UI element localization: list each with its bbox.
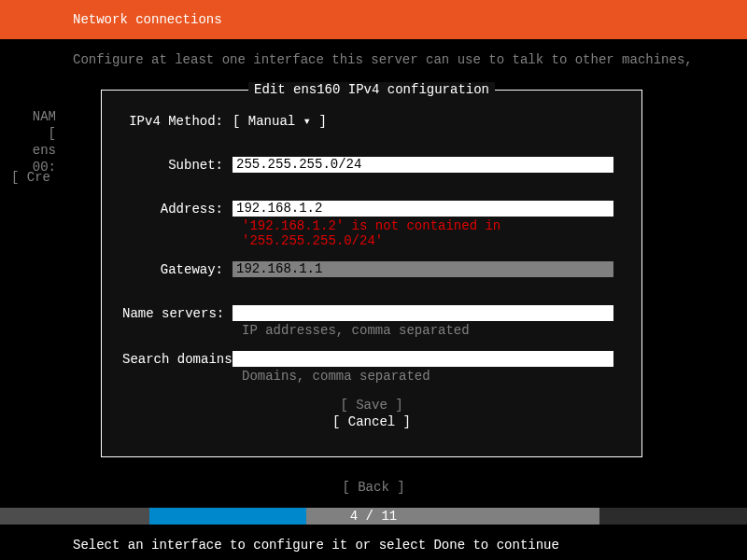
method-dropdown[interactable]: [ Manual ▾ ]: [233, 113, 327, 129]
dialog-title: Edit ens160 IPv4 configuration: [248, 82, 495, 97]
nameservers-label: Name servers:: [122, 305, 233, 321]
nameservers-input[interactable]: [233, 305, 613, 321]
ipv4-config-dialog: Edit ens160 IPv4 configuration IPv4 Meth…: [101, 90, 642, 457]
back-button[interactable]: [ Back ]: [0, 480, 747, 495]
nameservers-hint: IP addresses, comma separated: [242, 323, 621, 338]
gateway-label: Gateway:: [122, 261, 233, 277]
footer-hint: Select an interface to configure it or s…: [73, 538, 559, 553]
searchdomains-label: Search domains:: [122, 351, 233, 367]
progress-bar: 4 / 11: [0, 508, 747, 525]
searchdomains-hint: Domains, comma separated: [242, 369, 621, 384]
gateway-input[interactable]: 192.168.1.1: [233, 261, 613, 277]
subnet-label: Subnet:: [122, 157, 233, 173]
cancel-button[interactable]: [ Cancel ]: [122, 413, 621, 430]
progress-text: 4 / 11: [0, 508, 747, 525]
address-error-line1: '192.168.1.2' is not contained in: [242, 218, 621, 233]
header-bar: Network connections: [0, 0, 747, 39]
save-button[interactable]: [ Save ]: [122, 397, 621, 413]
address-label: Address:: [122, 201, 233, 217]
address-input[interactable]: 192.168.1.2: [233, 201, 613, 217]
background-partial-text-2: [ Cre: [11, 170, 50, 185]
background-partial-text: NAM [ ens 00:: [30, 108, 56, 175]
method-label: IPv4 Method:: [122, 113, 233, 129]
searchdomains-input[interactable]: [233, 351, 613, 367]
subnet-input[interactable]: 255.255.255.0/24: [233, 157, 613, 173]
page-title: Network connections: [73, 12, 222, 27]
instruction-text: Configure at least one interface this se…: [0, 39, 747, 67]
address-error-line2: '255.255.255.0/24': [242, 233, 621, 248]
